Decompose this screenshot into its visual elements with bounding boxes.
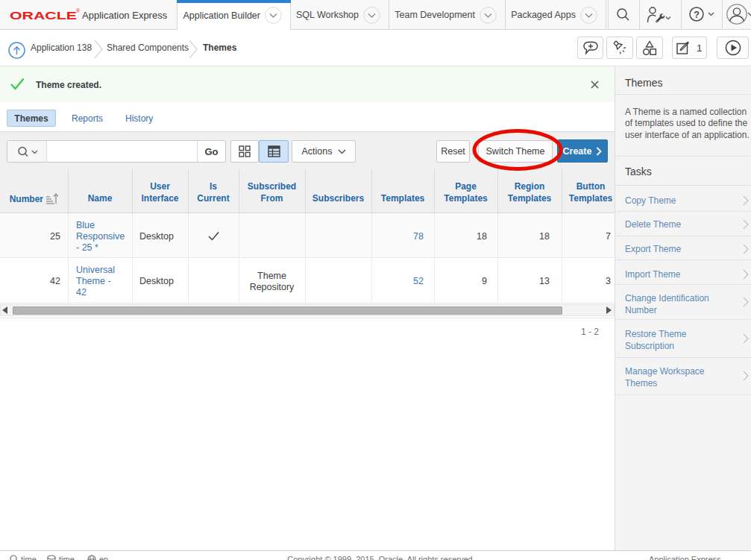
- svg-text:?: ?: [694, 10, 700, 20]
